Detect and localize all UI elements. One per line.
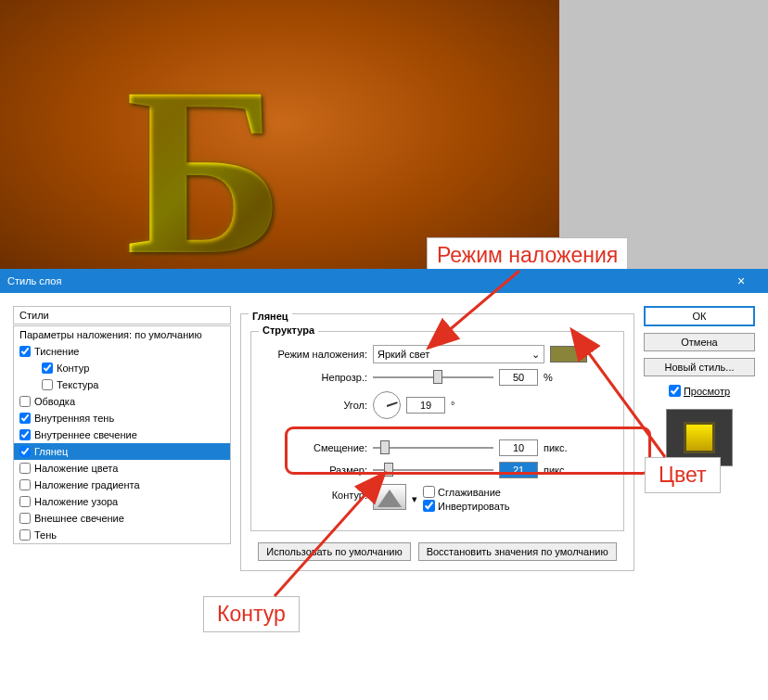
preview-checkbox[interactable]: Просмотр [644, 385, 755, 397]
style-label: Глянец [34, 446, 68, 457]
opacity-input[interactable]: 50 [499, 369, 538, 386]
settings-panel: Глянец Структура Режим наложения: Яркий … [240, 306, 634, 687]
contour-preview[interactable] [373, 484, 406, 510]
chevron-down-icon: ⌄ [531, 349, 540, 361]
style-label: Наложение градиента [34, 479, 140, 490]
cancel-button[interactable]: Отмена [644, 333, 755, 351]
styles-list: Параметры наложения: по умолчанию Тиснен… [13, 325, 231, 544]
style-row[interactable]: Обводка [14, 393, 230, 410]
style-row[interactable]: Внешнее свечение [14, 510, 230, 527]
reset-default-button[interactable]: Восстановить значения по умолчанию [418, 542, 617, 561]
blend-mode-select[interactable]: Яркий свет ⌄ [373, 345, 544, 363]
section-title: Глянец [249, 311, 292, 322]
make-default-button[interactable]: Использовать по умолчанию [258, 542, 410, 561]
style-label: Наложение цвета [34, 463, 118, 474]
style-row[interactable]: Текстура [14, 376, 230, 393]
styles-panel: Стили Параметры наложения: по умолчанию … [13, 306, 231, 687]
callout-contour: Контур [203, 596, 300, 632]
style-row[interactable]: Наложение узора [14, 493, 230, 510]
annotation-redbox [285, 426, 651, 475]
style-row[interactable]: Тиснение [14, 343, 230, 360]
opacity-slider[interactable] [373, 370, 493, 385]
style-checkbox[interactable] [42, 379, 53, 390]
contour-row: Контур: ▾ Сглаживание Инвертировать [261, 484, 614, 514]
style-checkbox[interactable] [19, 429, 31, 440]
style-row[interactable]: Наложение градиента [14, 477, 230, 493]
angle-input[interactable]: 19 [406, 397, 445, 414]
ok-button[interactable]: ОК [644, 306, 755, 326]
style-label: Контур [57, 363, 89, 374]
style-label: Внутреннее свечение [34, 429, 137, 440]
blend-mode-label: Режим наложения: [261, 349, 367, 360]
styles-heading[interactable]: Стили [13, 306, 231, 325]
style-row[interactable]: Внутреннее свечение [14, 426, 230, 443]
close-icon[interactable]: × [722, 269, 761, 293]
style-checkbox[interactable] [19, 446, 31, 457]
blend-mode-row: Режим наложения: Яркий свет ⌄ [261, 345, 614, 363]
style-row[interactable]: Тень [14, 527, 230, 543]
opacity-row: Непрозр.: 50 % [261, 369, 614, 386]
style-label: Обводка [34, 396, 75, 407]
style-checkbox[interactable] [19, 513, 31, 524]
style-row[interactable]: Наложение цвета [14, 460, 230, 477]
chevron-down-icon[interactable]: ▾ [412, 493, 417, 505]
style-checkbox[interactable] [19, 413, 31, 424]
callout-color: Цвет [645, 457, 721, 493]
style-checkbox[interactable] [19, 529, 31, 541]
style-row[interactable]: Глянец [14, 443, 230, 460]
style-label: Внутренняя тень [34, 413, 114, 424]
style-checkbox[interactable] [19, 463, 31, 474]
style-label: Тиснение [34, 346, 79, 357]
style-label: Текстура [57, 379, 98, 390]
style-label: Тень [34, 529, 57, 541]
dialog-title: Стиль слоя [7, 269, 61, 293]
blend-options-row[interactable]: Параметры наложения: по умолчанию [14, 326, 230, 343]
style-checkbox[interactable] [19, 479, 31, 490]
color-swatch[interactable] [550, 346, 587, 363]
angle-dial[interactable] [373, 391, 401, 419]
style-checkbox[interactable] [19, 496, 31, 507]
style-checkbox[interactable] [19, 346, 31, 357]
structure-legend: Структура [259, 325, 318, 336]
style-label: Внешнее свечение [34, 513, 124, 524]
opacity-label: Непрозр.: [261, 372, 367, 383]
new-style-button[interactable]: Новый стиль... [644, 358, 755, 376]
antialias-checkbox[interactable]: Сглаживание [423, 486, 509, 498]
angle-row: Угол: 19 ° [261, 391, 614, 419]
style-row[interactable]: Контур [14, 360, 230, 376]
contour-label: Контур: [261, 490, 367, 501]
titlebar: Стиль слоя × [0, 269, 768, 293]
invert-checkbox[interactable]: Инвертировать [423, 500, 509, 512]
angle-label: Угол: [261, 400, 367, 411]
style-checkbox[interactable] [42, 363, 53, 374]
right-buttons: ОК Отмена Новый стиль... Просмотр [644, 306, 755, 687]
style-row[interactable]: Внутренняя тень [14, 410, 230, 426]
canvas-preview: Б [0, 0, 559, 272]
style-label: Наложение узора [34, 496, 118, 507]
style-checkbox[interactable] [19, 396, 31, 407]
layer-style-dialog: Стили Параметры наложения: по умолчанию … [0, 293, 768, 700]
